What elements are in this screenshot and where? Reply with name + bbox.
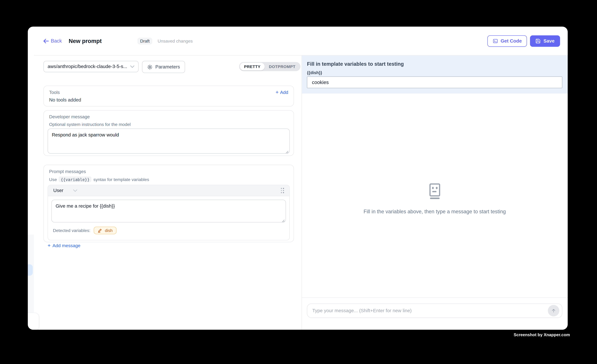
detected-variables-row: Detected variables: dish <box>51 224 286 237</box>
save-icon <box>535 38 541 44</box>
chevron-down-icon[interactable] <box>73 189 78 192</box>
chat-message-input[interactable] <box>307 303 562 318</box>
screenshot-stage: Back New prompt Draft Unsaved changes Ge… <box>0 0 597 364</box>
parameters-label: Parameters <box>155 64 180 69</box>
test-panel: Fill in template variables to start test… <box>302 56 567 330</box>
prompt-messages-card: Prompt messages Use {{variable}} syntax … <box>43 165 294 242</box>
chevron-down-icon <box>130 65 134 68</box>
empty-state: Fill in the variables above, then type a… <box>302 183 567 214</box>
header-actions: Get Code Save <box>487 35 560 47</box>
toggle-dotprompt[interactable]: DOTPROMPT <box>265 63 300 70</box>
message-body: Give me a recipe for {{dish}} Detected v… <box>48 196 289 240</box>
page-title: New prompt <box>69 38 102 44</box>
left-rail-selected-item[interactable] <box>28 264 32 275</box>
left-rail <box>28 27 34 330</box>
back-label: Back <box>51 38 62 44</box>
add-message-button[interactable]: + Add message <box>48 243 294 248</box>
developer-message-input[interactable]: Respond as jack sparrow would <box>48 129 290 153</box>
variable-chip-label: dish <box>105 228 113 233</box>
watermark-text: Screenshot by Xnapper.com <box>514 333 570 337</box>
chat-area: Fill in the variables above, then type a… <box>302 93 567 297</box>
pencil-line-icon <box>98 228 102 233</box>
app-window: Back New prompt Draft Unsaved changes Ge… <box>28 27 567 330</box>
developer-message-card: Developer message Optional system instru… <box>43 110 294 156</box>
model-selector[interactable]: aws/anthropic/bedrock-claude-3-5-s... <box>43 61 139 72</box>
main-column: Back New prompt Draft Unsaved changes Ge… <box>34 27 567 330</box>
plus-icon: + <box>275 90 279 95</box>
toggle-pretty[interactable]: PRETTY <box>240 63 265 70</box>
subtitle-suffix: syntax for template variables <box>93 177 149 182</box>
variable-chip-dish[interactable]: dish <box>94 227 116 234</box>
developer-message-input-wrap: Respond as jack sparrow would <box>48 129 290 155</box>
message-role-select[interactable]: User <box>53 188 63 193</box>
variable-value-input[interactable] <box>307 76 562 88</box>
add-tool-button[interactable]: + Add <box>275 90 288 95</box>
status-badge: Draft <box>137 38 152 44</box>
message-content-input[interactable]: Give me a recipe for {{dish}} <box>51 200 286 222</box>
get-code-label: Get Code <box>501 38 522 44</box>
variables-heading: Fill in template variables to start test… <box>307 61 562 67</box>
plus-icon: + <box>48 243 51 248</box>
left-rail-popover-card <box>28 312 39 330</box>
resize-grip-icon[interactable] <box>286 151 289 153</box>
parameters-button[interactable]: Parameters <box>142 61 185 73</box>
terminal-icon <box>493 38 498 44</box>
add-message-label: Add message <box>53 243 80 248</box>
resize-grip-icon[interactable] <box>282 220 285 222</box>
message-composer <box>302 297 567 330</box>
add-tool-label: Add <box>280 90 288 95</box>
gear-icon <box>147 64 153 70</box>
variable-name-label: {{dish}} <box>307 70 562 75</box>
tools-card: Tools + Add No tools added <box>43 85 294 106</box>
prompt-messages-subtitle: Use {{variable}} syntax for template var… <box>49 176 294 182</box>
content-row: aws/anthropic/bedrock-claude-3-5-s... Pa… <box>34 56 567 330</box>
save-label: Save <box>543 38 555 44</box>
save-button[interactable]: Save <box>530 35 560 47</box>
tools-card-title: Tools <box>49 90 60 95</box>
tools-empty-text: No tools added <box>49 97 288 103</box>
variable-syntax-pill: {{variable}} <box>59 176 91 182</box>
detected-variables-label: Detected variables: <box>53 228 90 233</box>
message-block: User Give me a recipe for {{dish}} <box>48 185 290 240</box>
model-selector-value: aws/anthropic/bedrock-claude-3-5-s... <box>48 64 127 69</box>
template-variables-section: Fill in template variables to start test… <box>302 56 567 93</box>
view-mode-toggle: PRETTY DOTPROMPT <box>239 62 300 71</box>
prompt-editor: aws/anthropic/bedrock-claude-3-5-s... Pa… <box>34 56 302 330</box>
drag-handle-icon[interactable] <box>281 188 284 193</box>
developer-message-title: Developer message <box>49 114 290 119</box>
empty-state-text: Fill in the variables above, then type a… <box>363 209 506 214</box>
send-message-button[interactable] <box>548 305 559 316</box>
prompt-messages-title: Prompt messages <box>49 169 294 174</box>
arrow-up-icon <box>551 308 556 313</box>
unsaved-changes-text: Unsaved changes <box>158 39 193 43</box>
developer-message-subtitle: Optional system instructions for the mod… <box>49 122 290 127</box>
back-button[interactable]: Back <box>43 38 62 44</box>
message-role-row: User <box>48 185 289 196</box>
get-code-button[interactable]: Get Code <box>487 35 527 47</box>
header: Back New prompt Draft Unsaved changes Ge… <box>34 27 567 55</box>
arrow-left-icon <box>43 39 48 43</box>
viewport: Back New prompt Draft Unsaved changes Ge… <box>0 0 597 364</box>
subtitle-prefix: Use <box>49 177 57 182</box>
bot-face-icon <box>428 183 441 199</box>
